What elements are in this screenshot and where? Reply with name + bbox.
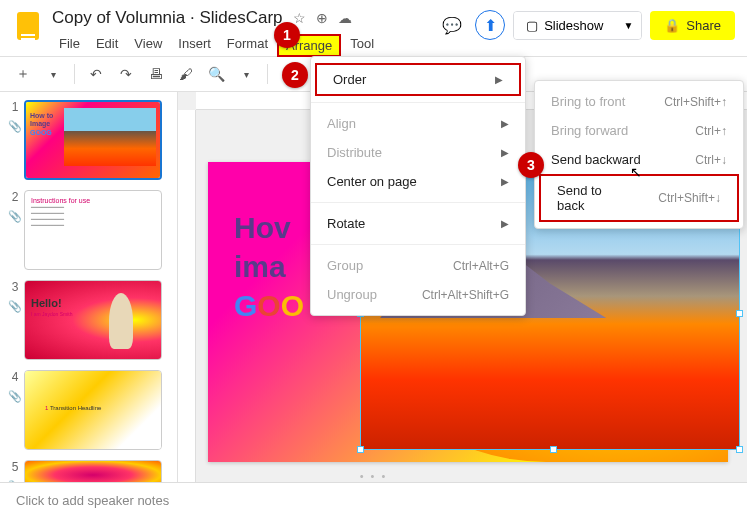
resize-handle-se[interactable] <box>736 446 743 453</box>
menu-edit[interactable]: Edit <box>89 34 125 57</box>
menu-bring-to-front[interactable]: Bring to frontCtrl+Shift+↑ <box>535 87 743 116</box>
menu-bring-forward[interactable]: Bring forwardCtrl+↑ <box>535 116 743 145</box>
slide-number: 3 <box>7 280 23 294</box>
slide-number: 4 <box>7 370 23 384</box>
menu-group[interactable]: GroupCtrl+Alt+G <box>311 251 525 280</box>
drag-handle-icon[interactable]: • • • <box>360 470 388 482</box>
slide-title-text[interactable]: Hov ima GOO <box>234 208 304 325</box>
app-logo[interactable] <box>12 6 44 46</box>
cursor-icon: ↖ <box>630 164 642 180</box>
slideshow-dropdown[interactable]: ▼ <box>615 12 641 39</box>
paint-format-button[interactable]: 🖌 <box>173 61 199 87</box>
resize-handle-e[interactable] <box>736 310 743 317</box>
slide-thumb-5[interactable] <box>24 460 162 482</box>
menu-insert[interactable]: Insert <box>171 34 218 57</box>
menu-send-to-back[interactable]: Send to backCtrl+Shift+↓ <box>539 174 739 222</box>
slide-thumb-2[interactable]: Instructions for use━━━━━━━━━━━━━━━━━━━━… <box>24 190 162 270</box>
menu-order[interactable]: Order▶ <box>315 63 521 96</box>
redo-button[interactable]: ↷ <box>113 61 139 87</box>
slide-number: 5 <box>7 460 23 474</box>
slide-panel: 1📎 How toImageGOOG 2📎 Instructions for u… <box>0 92 178 482</box>
separator <box>267 64 268 84</box>
clip-icon: 📎 <box>8 120 22 134</box>
doc-title[interactable]: Copy of Volumnia · SlidesCarp <box>52 8 283 28</box>
ruler-vertical <box>178 110 196 482</box>
menu-ungroup[interactable]: UngroupCtrl+Alt+Shift+G <box>311 280 525 309</box>
clip-icon: 📎 <box>8 390 22 404</box>
menu-align[interactable]: Align▶ <box>311 109 525 138</box>
menu-format[interactable]: Format <box>220 34 275 57</box>
arrange-menu: Order▶ Align▶ Distribute▶ Center on page… <box>310 56 526 316</box>
clip-icon: 📎 <box>8 480 22 482</box>
menu-file[interactable]: File <box>52 34 87 57</box>
slideshow-icon: ▢ <box>526 18 538 33</box>
resize-handle-s[interactable] <box>550 446 557 453</box>
menu-center-on-page[interactable]: Center on page▶ <box>311 167 525 196</box>
slideshow-button[interactable]: ▢ Slideshow <box>514 12 615 39</box>
menu-view[interactable]: View <box>127 34 169 57</box>
zoom-dropdown[interactable]: ▾ <box>233 61 259 87</box>
callout-3: 3 <box>518 152 544 178</box>
slide-number: 2 <box>7 190 23 204</box>
slide-number: 1 <box>7 100 23 114</box>
move-icon[interactable]: ⊕ <box>316 10 328 26</box>
present-up-button[interactable]: ⬆ <box>475 10 505 40</box>
callout-1: 1 <box>274 22 300 48</box>
speaker-notes[interactable]: Click to add speaker notes <box>0 482 747 520</box>
zoom-button[interactable]: 🔍 <box>203 61 229 87</box>
undo-button[interactable]: ↶ <box>83 61 109 87</box>
clip-icon: 📎 <box>8 210 22 224</box>
menu-rotate[interactable]: Rotate▶ <box>311 209 525 238</box>
resize-handle-sw[interactable] <box>357 446 364 453</box>
comments-button[interactable]: 💬 <box>437 10 467 40</box>
clip-icon: 📎 <box>8 300 22 314</box>
order-submenu: Bring to frontCtrl+Shift+↑ Bring forward… <box>534 80 744 229</box>
share-button[interactable]: 🔒 Share <box>650 11 735 40</box>
menu-distribute[interactable]: Distribute▶ <box>311 138 525 167</box>
lock-icon: 🔒 <box>664 18 680 33</box>
slide-thumb-1[interactable]: How toImageGOOG <box>24 100 162 180</box>
cloud-status-icon[interactable]: ☁ <box>338 10 352 26</box>
slide-thumb-3[interactable]: Hello!I am Jaydon Smith <box>24 280 162 360</box>
new-slide-button[interactable]: ＋ <box>10 61 36 87</box>
new-slide-dropdown[interactable]: ▾ <box>40 61 66 87</box>
print-button[interactable]: 🖶 <box>143 61 169 87</box>
callout-2: 2 <box>282 62 308 88</box>
separator <box>74 64 75 84</box>
slide-thumb-4[interactable]: 1 Transition Headline <box>24 370 162 450</box>
menu-tools[interactable]: Tool <box>343 34 381 57</box>
